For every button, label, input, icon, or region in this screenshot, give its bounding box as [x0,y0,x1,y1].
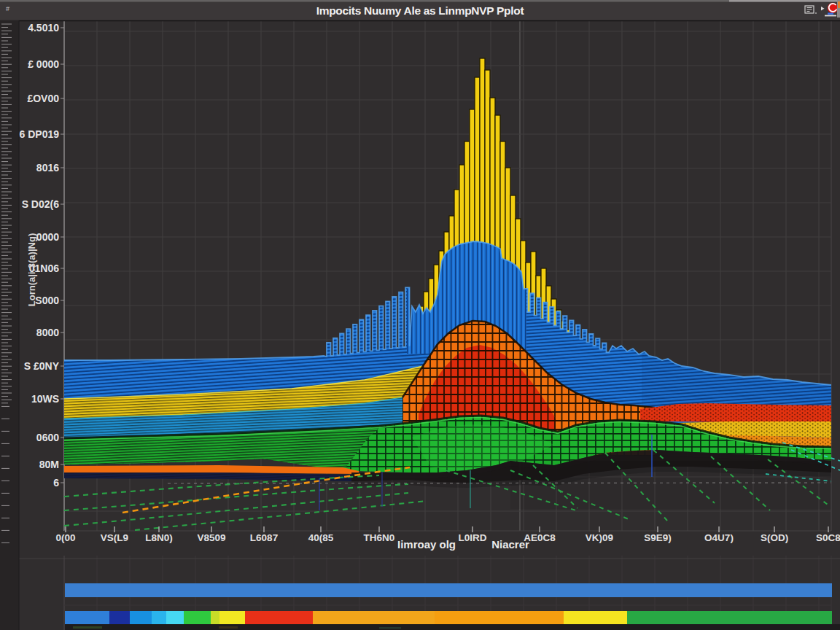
svg-text:40(85: 40(85 [308,532,334,543]
svg-text:O4U7): O4U7) [704,532,734,543]
svg-text:S9E9): S9E9) [644,532,672,543]
svg-text:L6087: L6087 [250,532,278,543]
svg-text:Lorn(a|i:3(a)|Ng): Lorn(a|i:3(a)|Ng) [26,233,37,306]
svg-text:4.5010: 4.5010 [28,22,59,34]
svg-text:6 DP019: 6 DP019 [20,128,60,140]
svg-text:8016: 8016 [36,162,59,174]
svg-text:8000: 8000 [36,327,59,338]
svg-text:Iimroay olg: Iimroay olg [397,538,456,551]
svg-text:Impocits Nuumy Ale as LinmpNVP: Impocits Nuumy Ale as LinmpNVP Pplot [316,4,524,17]
svg-text:10WS: 10WS [31,393,59,405]
svg-text:L0IRD: L0IRD [458,532,486,543]
svg-text:TH6N0: TH6N0 [364,532,395,543]
svg-text:S0C8: S0C8 [816,532,840,543]
svg-text:S(OD): S(OD) [761,532,788,543]
svg-text:L8N0): L8N0) [145,532,173,543]
svg-text:0000: 0000 [36,231,59,243]
svg-text:S D02(6: S D02(6 [22,198,60,210]
svg-text:S000: S000 [35,295,59,306]
svg-text:0600: 0600 [36,432,59,443]
svg-text:S £0NY: S £0NY [24,360,60,372]
svg-text:VK)09: VK)09 [586,532,613,543]
svg-text:£ 0000: £ 0000 [28,58,59,70]
svg-text:#: # [6,5,9,12]
svg-text:0(00: 0(00 [55,532,75,543]
svg-text:6: 6 [53,477,59,489]
svg-text:80M: 80M [39,459,59,470]
svg-text:VS(L9: VS(L9 [101,532,128,543]
svg-text:Niacrer: Niacrer [491,538,529,551]
svg-text:£OV00: £OV00 [27,93,59,104]
svg-text:V8509: V8509 [197,532,225,543]
